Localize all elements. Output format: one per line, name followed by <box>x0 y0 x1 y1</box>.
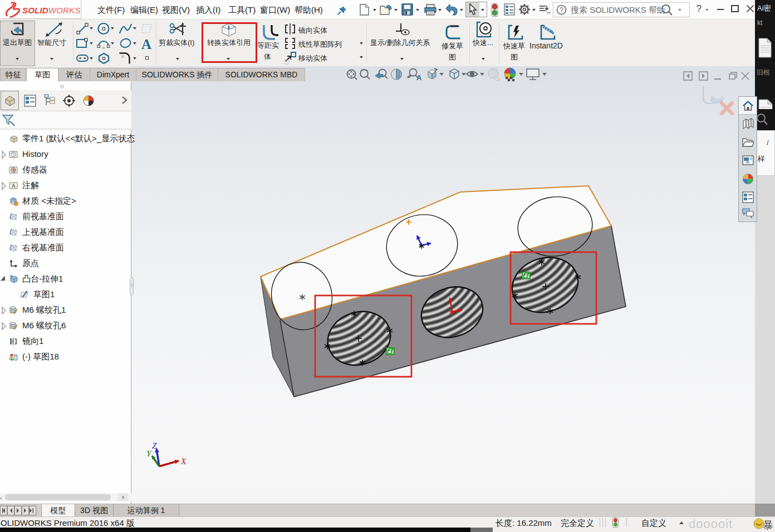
svg-text:Y: Y <box>146 449 152 458</box>
svg-text:X: X <box>180 457 187 466</box>
svg-text:?: ? <box>560 6 563 14</box>
svg-text:Z: Z <box>152 441 157 450</box>
svg-text:A: A <box>416 73 422 82</box>
svg-text:A: A <box>11 183 16 189</box>
